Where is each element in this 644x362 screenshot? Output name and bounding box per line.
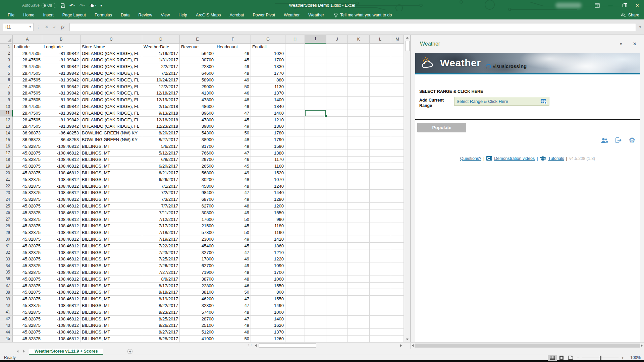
row-header-21[interactable]: 21 bbox=[0, 176, 13, 183]
grid-cell[interactable]: 38100 bbox=[180, 289, 215, 296]
grid-cell[interactable]: -81.39842 bbox=[42, 70, 80, 77]
vertical-scroll-thumb[interactable] bbox=[405, 41, 410, 51]
grid-cell[interactable] bbox=[348, 70, 370, 77]
grid-cell[interactable] bbox=[348, 216, 370, 223]
task-pane-close-icon[interactable]: ✕ bbox=[633, 41, 637, 47]
grid-cell[interactable] bbox=[348, 302, 370, 309]
grid-cell[interactable] bbox=[305, 302, 326, 309]
grid-cell[interactable] bbox=[348, 262, 370, 269]
grid-cell[interactable] bbox=[370, 170, 391, 176]
grid-cell[interactable] bbox=[391, 289, 404, 296]
column-header-D[interactable]: D bbox=[142, 35, 180, 44]
grid-cell[interactable]: 57400 bbox=[180, 309, 215, 316]
grid-cell[interactable]: 45.82875 bbox=[13, 176, 42, 183]
row-header-32[interactable]: 32 bbox=[0, 249, 13, 256]
grid-cell[interactable]: 29000 bbox=[180, 83, 215, 90]
grid-cell[interactable]: 48 bbox=[215, 136, 251, 143]
horizontal-scroll-thumb[interactable] bbox=[259, 343, 316, 348]
grid-cell[interactable]: 28700 bbox=[180, 316, 215, 322]
row-header-40[interactable]: 40 bbox=[0, 302, 13, 309]
grid-cell[interactable] bbox=[348, 57, 370, 64]
grid-cell[interactable]: 46 bbox=[215, 283, 251, 289]
grid-cell[interactable]: 47800 bbox=[180, 97, 215, 103]
grid-cell[interactable]: 28.47505 bbox=[13, 123, 42, 130]
scroll-right-icon[interactable] bbox=[398, 343, 404, 349]
grid-cell[interactable] bbox=[305, 110, 326, 117]
grid-cell[interactable]: 28.47505 bbox=[13, 70, 42, 77]
grid-cell[interactable] bbox=[326, 44, 348, 50]
grid-cell[interactable]: 1090 bbox=[251, 262, 285, 269]
grid-cell[interactable]: BILLINGS, MT bbox=[80, 209, 142, 216]
grid-cell[interactable] bbox=[370, 289, 391, 296]
grid-cell[interactable] bbox=[285, 283, 305, 289]
grid-cell[interactable] bbox=[305, 316, 326, 322]
share-button[interactable]: Share bbox=[621, 13, 639, 17]
grid-cell[interactable] bbox=[305, 296, 326, 302]
grid-cell[interactable] bbox=[326, 143, 348, 150]
grid-cell[interactable] bbox=[348, 136, 370, 143]
grid-cell[interactable]: 1130 bbox=[251, 83, 285, 90]
row-header-19[interactable]: 19 bbox=[0, 163, 13, 170]
grid-cell[interactable]: 49 bbox=[215, 196, 251, 203]
grid-cell[interactable]: 7/17/2017 bbox=[142, 223, 180, 230]
row-header-1[interactable]: 1 bbox=[0, 44, 13, 50]
restore-button[interactable] bbox=[617, 0, 631, 11]
grid-cell[interactable] bbox=[370, 123, 391, 130]
grid-cell[interactable] bbox=[285, 103, 305, 110]
grid-cell[interactable] bbox=[285, 77, 305, 83]
grid-cell[interactable]: 7/18/2017 bbox=[142, 229, 180, 236]
quick-access-addin-button[interactable]: ▾ bbox=[89, 3, 96, 8]
grid-cell[interactable] bbox=[326, 57, 348, 64]
grid-cell[interactable]: 1330 bbox=[251, 63, 285, 70]
grid-cell[interactable]: 1200 bbox=[251, 203, 285, 209]
row-header-30[interactable]: 30 bbox=[0, 236, 13, 243]
grid-cell[interactable] bbox=[326, 203, 348, 209]
grid-cell[interactable]: 28.47505 bbox=[13, 63, 42, 70]
grid-cell[interactable] bbox=[326, 256, 348, 263]
grid-cell[interactable]: WeatherDate bbox=[142, 44, 180, 50]
grid-cell[interactable] bbox=[370, 50, 391, 57]
grid-cell[interactable]: BILLINGS, MT bbox=[80, 223, 142, 230]
grid-cell[interactable]: 50 bbox=[215, 289, 251, 296]
grid-cell[interactable]: -108.46812 bbox=[42, 336, 80, 342]
grid-cell[interactable]: 48 bbox=[215, 70, 251, 77]
grid-cell[interactable] bbox=[305, 269, 326, 276]
grid-cell[interactable]: ORLANDO (OAK RIDGE), FL bbox=[80, 117, 142, 123]
grid-cell[interactable] bbox=[285, 329, 305, 336]
grid-cell[interactable] bbox=[326, 97, 348, 103]
grid-cell[interactable] bbox=[326, 236, 348, 243]
grid-cell[interactable] bbox=[285, 143, 305, 150]
row-header-2[interactable]: 2 bbox=[0, 50, 13, 57]
grid-cell[interactable]: ORLANDO (OAK RIDGE), FL bbox=[80, 103, 142, 110]
grid-cell[interactable] bbox=[305, 190, 326, 196]
grid-cell[interactable]: -81.39842 bbox=[42, 110, 80, 117]
grid-cell[interactable] bbox=[348, 296, 370, 302]
grid-cell[interactable] bbox=[370, 163, 391, 170]
grid-cell[interactable]: -108.46812 bbox=[42, 190, 80, 196]
grid-cell[interactable]: 880 bbox=[251, 77, 285, 83]
grid-cell[interactable]: BILLINGS, MT bbox=[80, 243, 142, 249]
grid-cell[interactable]: 47800 bbox=[180, 117, 215, 123]
grid-cell[interactable]: -108.46812 bbox=[42, 170, 80, 176]
grid-cell[interactable]: -108.46812 bbox=[42, 309, 80, 316]
grid-cell[interactable] bbox=[370, 77, 391, 83]
pane-h-scrollbar[interactable] bbox=[410, 343, 644, 349]
grid-cell[interactable] bbox=[305, 63, 326, 70]
grid-cell[interactable] bbox=[391, 316, 404, 322]
grid-cell[interactable] bbox=[326, 163, 348, 170]
grid-cell[interactable]: -108.46812 bbox=[42, 223, 80, 230]
grid-cell[interactable]: BILLINGS, MT bbox=[80, 262, 142, 269]
grid-cell[interactable]: 45.82875 bbox=[13, 229, 42, 236]
grid-cell[interactable]: 48 bbox=[215, 203, 251, 209]
grid-cell[interactable] bbox=[305, 283, 326, 289]
grid-cell[interactable] bbox=[305, 57, 326, 64]
grid-cell[interactable]: -81.39842 bbox=[42, 117, 80, 123]
tutorials-link[interactable]: Tutorials bbox=[548, 156, 564, 161]
grid-cell[interactable] bbox=[305, 256, 326, 263]
grid-cell[interactable]: 1840 bbox=[251, 103, 285, 110]
grid-cell[interactable]: BILLINGS, MT bbox=[80, 269, 142, 276]
grid-cell[interactable]: Footfall bbox=[251, 44, 285, 50]
zoom-level[interactable]: 100% bbox=[626, 355, 641, 360]
column-header-A[interactable]: A bbox=[13, 35, 42, 44]
grid-cell[interactable]: -86.48253 bbox=[42, 136, 80, 143]
